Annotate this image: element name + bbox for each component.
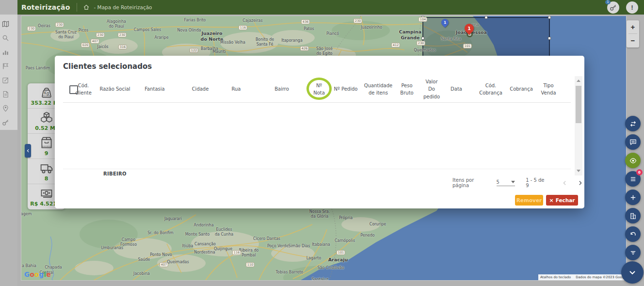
map-marker-pin[interactable]: 1 (463, 22, 476, 35)
remove-button[interactable]: Remover (515, 195, 543, 206)
column-header: Bairro (274, 85, 289, 93)
tools-button[interactable]: 1 (607, 1, 619, 14)
sidebar-item-key[interactable] (0, 115, 17, 129)
app-window: Roteirização - Mapa de Roteirização 1! (0, 0, 644, 286)
close-button[interactable]: × Fechar (546, 195, 578, 206)
table-body: RIBEIRO (55, 103, 571, 175)
close-button-label: Fechar (556, 197, 575, 203)
list-icon (629, 175, 637, 183)
column-header: Peso Bruto (400, 81, 413, 96)
fab-badge: 0 (636, 169, 643, 175)
sidebar-icon-panel (0, 15, 17, 130)
fab-undo-button[interactable] (625, 226, 641, 242)
column-header: Cidade (192, 85, 209, 93)
search-icon (2, 34, 9, 42)
fab-plus-button[interactable] (625, 190, 641, 205)
alert-icon: ! (628, 4, 636, 11)
zoom-in-button[interactable]: + (627, 20, 639, 33)
sidebar-item-edit[interactable] (0, 73, 17, 87)
fab-expand-button[interactable] (621, 261, 644, 284)
page-size-value: 5 (497, 179, 499, 185)
column-header: Cód. cliente (75, 81, 92, 96)
column-header: Tipo Venda (541, 81, 556, 96)
undo-icon (629, 231, 637, 238)
logo-letter: o (30, 270, 34, 278)
page-size-select[interactable]: 5 (497, 179, 515, 186)
items-per-page-label: Itens por página (452, 177, 491, 188)
map-zoom-control: + − (627, 20, 639, 48)
marker-count: 1 (465, 24, 474, 33)
fab-swap-button[interactable] (625, 116, 641, 131)
map-attribution: Atalhos do tecladoDados do mapa ©2023 Go… (538, 274, 626, 280)
money-icon (40, 187, 53, 200)
previous-page-button[interactable] (561, 178, 569, 187)
column-header: Fantasia (145, 85, 164, 93)
fab-building-button[interactable] (625, 208, 641, 223)
topbar-divider (77, 3, 77, 12)
partial-table-row: RIBEIRO (103, 171, 127, 175)
column-header: Quantidade de itens (364, 81, 392, 96)
chat-icon (629, 139, 637, 146)
highlight-circle-annotation (306, 78, 332, 100)
fab-eye-button[interactable] (625, 153, 641, 168)
sidebar-item-pin[interactable] (0, 101, 17, 115)
sidebar-item-map[interactable] (0, 17, 17, 31)
document-icon (2, 91, 9, 98)
logo-letter: g (39, 270, 44, 278)
notification-badge: 1 (605, 0, 611, 4)
key-icon (2, 119, 9, 126)
pin-icon (2, 105, 9, 112)
chevron-down-icon (511, 181, 515, 183)
sidebar-item-document[interactable] (0, 87, 17, 101)
pagination: Itens por página 5 1 - 5 de 9 (452, 178, 584, 188)
sidebar-item-chart[interactable] (0, 45, 17, 59)
close-icon: × (549, 197, 553, 204)
chevron-down-icon (628, 268, 637, 277)
column-header: Cód. Cobrança (479, 81, 502, 96)
svg-text:!: ! (631, 4, 634, 11)
chevron-left-icon (26, 148, 31, 153)
logo-letter: G (24, 270, 30, 278)
building-icon (629, 212, 637, 220)
fab-filter-button[interactable] (625, 245, 641, 260)
flag-icon (2, 63, 9, 70)
key-icon (610, 4, 617, 11)
stat-value: 0.52 M³ (35, 125, 58, 131)
column-header: Razão Social (99, 85, 130, 93)
scroll-up-icon[interactable] (577, 79, 580, 82)
sidebar-item-flag[interactable] (0, 59, 17, 73)
google-logo: Google (24, 270, 51, 278)
zoom-out-button[interactable]: − (627, 34, 639, 47)
sidebar-item-search[interactable] (0, 31, 17, 45)
clientes-selecionados-modal: Clientes selecionados Cód. clienteRazão … (55, 56, 584, 208)
attribution-link[interactable]: Atalhos do teclado (540, 275, 571, 279)
attribution-link[interactable]: Dados do mapa ©2023 Google (576, 275, 626, 279)
eye-icon (629, 157, 637, 164)
logo-letter: e (46, 270, 50, 278)
chevron-left-icon (562, 180, 568, 186)
app-title: Roteirização (17, 3, 70, 11)
left-sidebar (0, 0, 17, 286)
column-header: Nº Pedido (334, 85, 358, 93)
alerts-button[interactable]: ! (626, 1, 638, 14)
next-page-button[interactable] (576, 178, 584, 187)
fab-list-button[interactable]: 0 (625, 171, 641, 187)
stat-value: 9 (45, 150, 48, 157)
column-header: Valor Do pedido (423, 78, 440, 100)
logo-letter: o (34, 270, 39, 278)
scroll-down-icon[interactable] (577, 170, 580, 172)
collapse-panel-button[interactable] (25, 144, 31, 158)
marker-count: 1 (441, 19, 449, 26)
breadcrumb: - Mapa de Roteirização (94, 4, 152, 10)
map-marker-pin[interactable]: 1 (439, 17, 450, 28)
weight-icon: Kg (40, 86, 53, 99)
home-icon[interactable] (83, 4, 90, 11)
modal-title: Clientes selecionados (63, 62, 152, 71)
fab-chat-button[interactable] (625, 134, 641, 150)
svg-text:Kg: Kg (44, 91, 48, 95)
truck-icon (40, 161, 53, 175)
scrollbar-thumb[interactable] (576, 86, 581, 123)
table-header-row: Cód. clienteRazão SocialFantasiaCidadeRu… (55, 75, 584, 103)
stat-value: 8 (45, 175, 48, 182)
table-scrollbar[interactable] (575, 76, 582, 175)
